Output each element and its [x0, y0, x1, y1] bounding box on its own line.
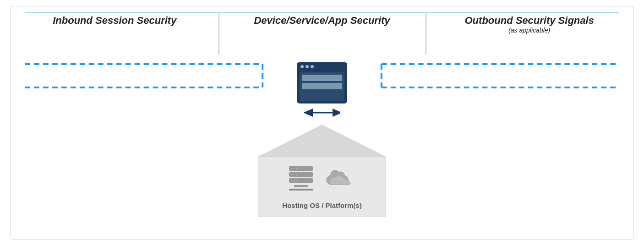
app-window-icon — [297, 62, 347, 103]
building-label: Hosting OS / Platform(s) — [282, 201, 361, 209]
server-icon — [289, 166, 313, 191]
server-unit-3 — [289, 178, 313, 183]
server-stand — [294, 185, 308, 187]
section-device: Device/Service/App Security — [218, 15, 426, 34]
diagram-container: Inbound Session Security Device/Service/… — [11, 6, 633, 240]
outbound-sublabel: (as applicable) — [435, 27, 624, 34]
building-wrapper: Hosting OS / Platform(s) — [258, 125, 386, 217]
outbound-label: Outbound Security Signals — [465, 15, 594, 26]
divider-right — [426, 13, 426, 54]
section-headers: Inbound Session Security Device/Service/… — [11, 6, 633, 34]
building-icons-row — [289, 166, 355, 191]
titlebar-dot-1 — [300, 65, 304, 68]
section-inbound: Inbound Session Security — [11, 15, 218, 34]
window-row-2 — [302, 83, 342, 89]
divider-left — [218, 13, 219, 54]
double-arrow-icon — [304, 106, 340, 119]
device-label: Device/Service/App Security — [254, 15, 390, 26]
window-body — [300, 72, 344, 101]
server-base — [289, 189, 313, 191]
flow-line — [25, 12, 619, 13]
window-row-1 — [302, 75, 342, 81]
cloud-icon — [324, 168, 355, 188]
server-unit-2 — [289, 172, 313, 177]
window-titlebar — [297, 62, 347, 70]
titlebar-dot-3 — [311, 65, 314, 68]
inbound-label: Inbound Session Security — [53, 15, 176, 26]
server-unit-1 — [289, 166, 313, 171]
building-body: Hosting OS / Platform(s) — [258, 157, 386, 217]
section-outbound: Outbound Security Signals (as applicable… — [426, 15, 633, 34]
building-roof — [258, 125, 386, 157]
titlebar-dot-2 — [306, 65, 309, 68]
